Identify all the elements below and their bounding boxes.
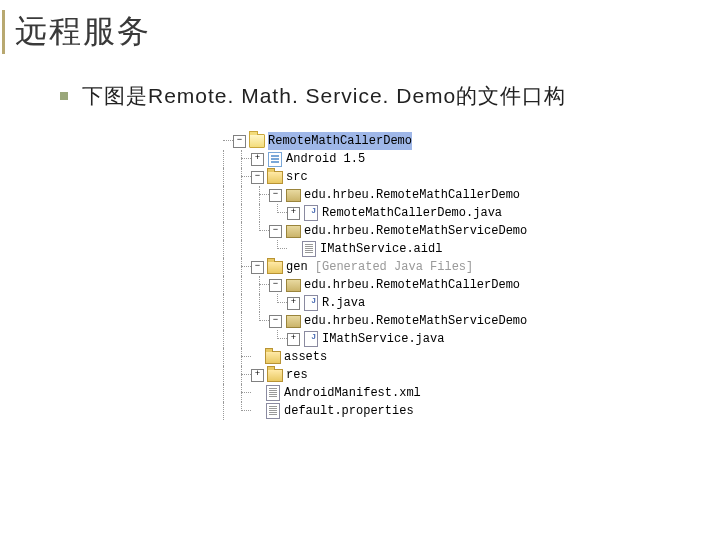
gen-suffix: [Generated Java Files] (315, 258, 473, 276)
tree-node-assets[interactable]: assets (215, 348, 720, 366)
source-folder-icon (267, 169, 283, 185)
java-file-icon (303, 331, 319, 347)
res-label: res (286, 366, 308, 384)
bullet-text: 下图是Remote. Math. Service. Demo的文件口构 (82, 82, 566, 110)
package-explorer-tree[interactable]: − RemoteMathCallerDemo + Android 1.5 − s… (215, 132, 720, 420)
tree-node-manifest[interactable]: AndroidManifest.xml (215, 384, 720, 402)
tree-node-android-lib[interactable]: + Android 1.5 (215, 150, 720, 168)
tree-node-gen-pkg-caller[interactable]: − edu.hrbeu.RemoteMathCallerDemo (215, 276, 720, 294)
tree-node-r-java[interactable]: + R.java (215, 294, 720, 312)
expand-icon[interactable]: + (251, 153, 264, 166)
gen-pkg-service-label: edu.hrbeu.RemoteMathServiceDemo (304, 312, 527, 330)
collapse-icon[interactable]: − (251, 261, 264, 274)
pkg-caller-label: edu.hrbeu.RemoteMathCallerDemo (304, 186, 520, 204)
package-icon (285, 223, 301, 239)
collapse-icon[interactable]: − (269, 189, 282, 202)
caller-java-label: RemoteMathCallerDemo.java (322, 204, 502, 222)
package-icon (285, 187, 301, 203)
java-file-icon (303, 295, 319, 311)
project-folder-icon (249, 133, 265, 149)
bullet-square-icon (60, 92, 68, 100)
tree-node-pkg-caller[interactable]: − edu.hrbeu.RemoteMathCallerDemo (215, 186, 720, 204)
library-icon (267, 151, 283, 167)
slide-title-block: 远程服务 (2, 10, 720, 54)
collapse-icon[interactable]: − (269, 279, 282, 292)
expand-icon[interactable]: + (287, 333, 300, 346)
file-icon (301, 241, 317, 257)
bullet-row: 下图是Remote. Math. Service. Demo的文件口构 (60, 82, 720, 110)
collapse-icon[interactable]: − (251, 171, 264, 184)
manifest-label: AndroidManifest.xml (284, 384, 421, 402)
tree-node-caller-java[interactable]: + RemoteMathCallerDemo.java (215, 204, 720, 222)
assets-label: assets (284, 348, 327, 366)
tree-node-pkg-service[interactable]: − edu.hrbeu.RemoteMathServiceDemo (215, 222, 720, 240)
tree-node-res[interactable]: + res (215, 366, 720, 384)
pkg-service-label: edu.hrbeu.RemoteMathServiceDemo (304, 222, 527, 240)
collapse-icon[interactable]: − (269, 225, 282, 238)
package-icon (285, 313, 301, 329)
collapse-icon[interactable]: − (233, 135, 246, 148)
tree-node-imath-java[interactable]: + IMathService.java (215, 330, 720, 348)
gen-label: gen (286, 258, 308, 276)
collapse-icon[interactable]: − (269, 315, 282, 328)
expand-icon[interactable]: + (251, 369, 264, 382)
imath-java-label: IMathService.java (322, 330, 444, 348)
tree-node-project[interactable]: − RemoteMathCallerDemo (215, 132, 720, 150)
tree-node-gen-pkg-service[interactable]: − edu.hrbeu.RemoteMathServiceDemo (215, 312, 720, 330)
package-icon (285, 277, 301, 293)
android-lib-label: Android 1.5 (286, 150, 365, 168)
tree-node-src[interactable]: − src (215, 168, 720, 186)
file-icon (265, 385, 281, 401)
r-java-label: R.java (322, 294, 365, 312)
expand-icon[interactable]: + (287, 297, 300, 310)
source-folder-icon (267, 259, 283, 275)
folder-icon (265, 349, 281, 365)
default-props-label: default.properties (284, 402, 414, 420)
gen-pkg-caller-label: edu.hrbeu.RemoteMathCallerDemo (304, 276, 520, 294)
aidl-label: IMathService.aidl (320, 240, 442, 258)
src-label: src (286, 168, 308, 186)
tree-node-gen[interactable]: − gen [Generated Java Files] (215, 258, 720, 276)
project-label: RemoteMathCallerDemo (268, 132, 412, 150)
folder-icon (267, 367, 283, 383)
slide-body: 下图是Remote. Math. Service. Demo的文件口构 − Re… (60, 82, 720, 420)
tree-node-default-props[interactable]: default.properties (215, 402, 720, 420)
java-file-icon (303, 205, 319, 221)
slide-title: 远程服务 (15, 13, 151, 49)
tree-node-aidl[interactable]: IMathService.aidl (215, 240, 720, 258)
file-icon (265, 403, 281, 419)
expand-icon[interactable]: + (287, 207, 300, 220)
